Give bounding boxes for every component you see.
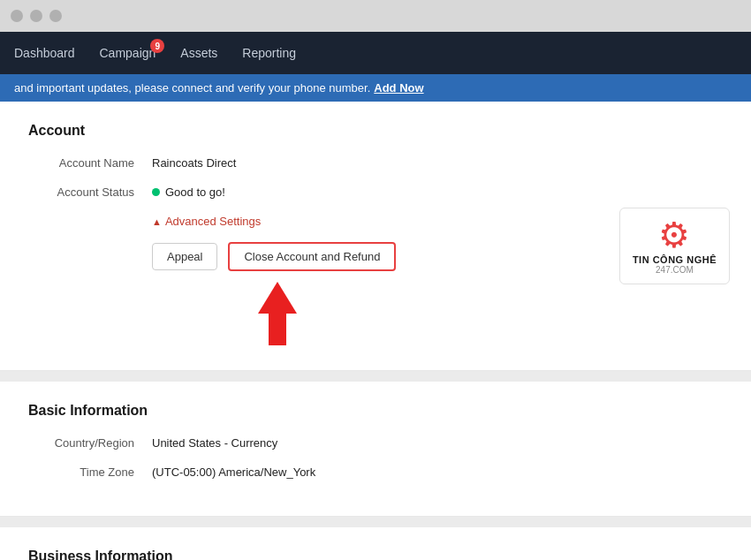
main-content: ⚙ TIN CÔNG NGHÊ 247.COM Account Account … xyxy=(0,102,751,560)
account-name-label: Account Name xyxy=(28,156,152,170)
window-maximize-btn[interactable] xyxy=(49,10,62,22)
account-name-row: Account Name Raincoats Direct xyxy=(28,156,723,170)
business-info-title: Business Information xyxy=(28,549,723,560)
logo-brand-line2: 247.COM xyxy=(633,265,717,275)
section-separator-1 xyxy=(0,371,751,382)
content-wrapper: ⚙ TIN CÔNG NGHÊ 247.COM Account Account … xyxy=(0,102,751,560)
nav-item-campaign[interactable]: Campaign 9 xyxy=(100,42,156,64)
nav-item-dashboard[interactable]: Dashboard xyxy=(14,42,75,64)
window-close-btn[interactable] xyxy=(11,10,23,22)
window-minimize-btn[interactable] xyxy=(30,10,42,22)
account-status-row: Account Status Good to go! xyxy=(28,185,723,199)
alert-text: and important updates, please connect an… xyxy=(14,81,370,95)
country-region-label: Country/Region xyxy=(28,436,152,450)
appeal-button[interactable]: Appeal xyxy=(152,243,217,270)
red-arrow-icon xyxy=(258,282,297,345)
chevron-up-icon: ▲ xyxy=(152,216,162,227)
top-nav: Dashboard Campaign 9 Assets Reporting xyxy=(0,32,751,74)
timezone-label: Time Zone xyxy=(28,465,152,479)
arrow-head xyxy=(258,282,297,314)
business-info-section: Business Information Business Name Rainc… xyxy=(0,527,751,560)
section-separator-2 xyxy=(0,517,751,527)
logo-brand-line1: TIN CÔNG NGHÊ xyxy=(633,254,717,265)
window-chrome xyxy=(0,0,751,32)
gear-icon: ⚙ xyxy=(633,217,717,253)
country-region-row: Country/Region United States - Currency xyxy=(28,436,723,450)
close-account-button[interactable]: Close Account and Refund xyxy=(228,242,396,271)
alert-banner: and important updates, please connect an… xyxy=(0,74,751,102)
basic-info-section: Basic Information Country/Region United … xyxy=(0,382,751,517)
status-dot-icon xyxy=(152,188,160,196)
nav-item-assets[interactable]: Assets xyxy=(180,42,217,64)
arrow-shaft xyxy=(269,314,286,345)
timezone-value: (UTC-05:00) America/New_York xyxy=(152,465,315,479)
country-region-value: United States - Currency xyxy=(152,436,277,450)
nav-item-reporting[interactable]: Reporting xyxy=(242,42,296,64)
basic-info-title: Basic Information xyxy=(28,403,723,419)
account-section-title: Account xyxy=(28,123,723,139)
timezone-row: Time Zone (UTC-05:00) America/New_York xyxy=(28,465,723,479)
campaign-badge: 9 xyxy=(150,39,164,53)
account-status-value: Good to go! xyxy=(152,185,225,199)
arrow-annotation xyxy=(28,278,723,349)
logo-overlay: ⚙ TIN CÔNG NGHÊ 247.COM xyxy=(619,208,730,284)
account-name-value: Raincoats Direct xyxy=(152,156,236,170)
account-status-label: Account Status xyxy=(28,185,152,199)
alert-link[interactable]: Add Now xyxy=(374,81,423,95)
